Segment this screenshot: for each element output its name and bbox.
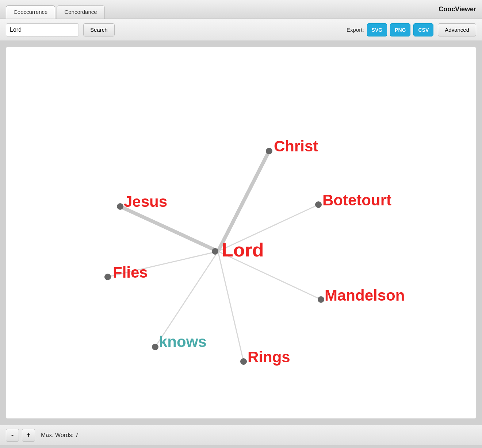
- node-dot-bote: [315, 201, 322, 208]
- tab-cooccurrence[interactable]: Cooccurrence: [6, 5, 55, 19]
- export-group: Export: SVG PNG CSV Advanced: [347, 23, 476, 36]
- tab-group: Cooccurrence Concordance: [6, 0, 106, 19]
- app-title: CoocViewer: [439, 5, 476, 13]
- node-dot-flies: [104, 274, 111, 280]
- edge-lord-knows: [155, 251, 218, 347]
- edge-lord-rings: [218, 251, 244, 362]
- edge-lord-christ: [218, 151, 269, 251]
- search-button[interactable]: Search: [83, 23, 115, 36]
- graph-area: Lord Christ Jesus Botetourt Flies Mandel…: [6, 47, 476, 419]
- title-bar: Cooccurrence Concordance CoocViewer: [0, 0, 482, 19]
- node-label-bote[interactable]: Botetourt: [322, 192, 391, 209]
- node-label-lord[interactable]: Lord: [222, 239, 264, 261]
- toolbar: Search Export: SVG PNG CSV Advanced: [0, 19, 482, 41]
- advanced-button[interactable]: Advanced: [438, 23, 476, 36]
- zoom-plus-button[interactable]: +: [22, 429, 35, 442]
- node-label-knows[interactable]: knows: [159, 333, 207, 351]
- node-label-mandelson[interactable]: Mandelson: [325, 287, 405, 304]
- edge-lord-jesus: [120, 206, 218, 251]
- export-csv-button[interactable]: CSV: [413, 23, 433, 36]
- node-dot-rings: [240, 358, 247, 365]
- node-dot-knows: [152, 344, 158, 350]
- graph-svg: [6, 47, 476, 418]
- node-dot-christ: [266, 148, 272, 154]
- export-png-button[interactable]: PNG: [390, 23, 410, 36]
- bottom-bar: - + Max. Words: 7: [0, 425, 482, 445]
- tab-concordance[interactable]: Concordance: [57, 5, 104, 19]
- node-dot-jesus: [117, 203, 123, 210]
- node-dot-lord: [212, 248, 218, 255]
- export-label: Export:: [347, 27, 364, 33]
- node-dot-mandelson: [318, 296, 324, 303]
- node-label-christ[interactable]: Christ: [274, 138, 318, 155]
- node-label-rings[interactable]: Rings: [248, 348, 290, 366]
- node-label-jesus[interactable]: Jesus: [124, 193, 167, 211]
- zoom-minus-button[interactable]: -: [6, 429, 19, 442]
- node-label-flies[interactable]: Flies: [113, 264, 148, 281]
- export-svg-button[interactable]: SVG: [367, 23, 387, 36]
- search-input[interactable]: [6, 23, 79, 36]
- max-words-label: Max. Words: 7: [41, 432, 79, 439]
